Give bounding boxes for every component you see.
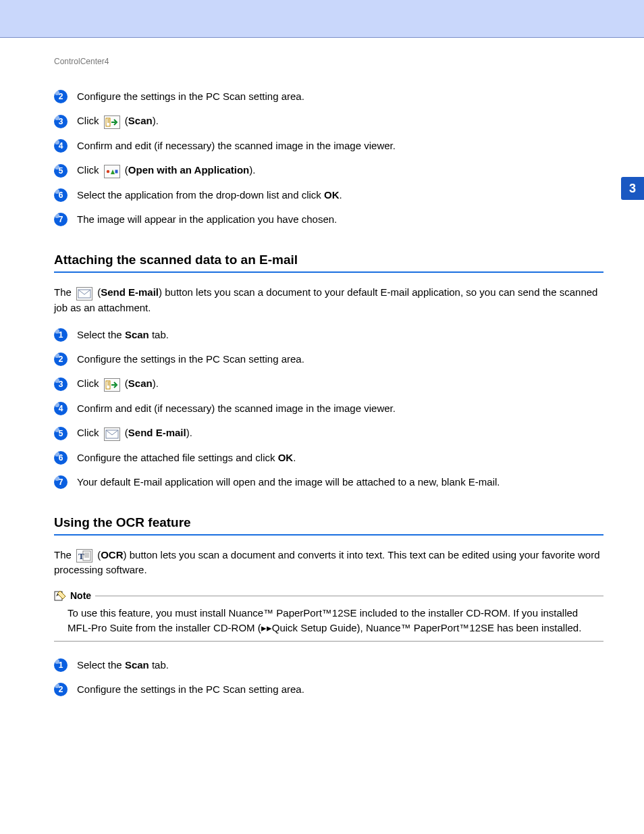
- step: 2Configure the settings in the PC Scan s…: [54, 352, 603, 367]
- svg-point-4: [106, 170, 109, 173]
- header-band: [0, 0, 644, 38]
- step-number: 4: [54, 139, 68, 153]
- step-text: Configure the settings in the PC Scan se…: [77, 352, 603, 367]
- scan-icon: [104, 115, 120, 129]
- text: .: [340, 189, 342, 201]
- step-number: 6: [54, 451, 68, 465]
- bold-text: Scan: [128, 377, 153, 389]
- bold-text: OCR: [101, 549, 123, 561]
- bold-text: Scan: [125, 659, 149, 671]
- chapter-tab: 3: [621, 177, 644, 200]
- text: ).: [153, 115, 159, 126]
- step-number: 5: [54, 164, 68, 178]
- text: Confirm and edit (if necessary) the scan…: [77, 402, 396, 414]
- step-text: Configure the settings in the PC Scan se…: [77, 89, 603, 104]
- note-head-line: [95, 596, 603, 596]
- section-b-title: Using the OCR feature: [54, 515, 603, 530]
- text: The image will appear in the application…: [77, 213, 337, 225]
- text: Select the: [77, 659, 125, 671]
- text: (: [122, 115, 128, 126]
- step-number: 2: [54, 90, 68, 103]
- step-text: Click (Send E-mail).: [77, 425, 603, 441]
- step: 7Your default E-mail application will op…: [54, 475, 603, 490]
- text: Select the application from the drop-dow…: [77, 189, 324, 201]
- step-text: Confirm and edit (if necessary) the scan…: [77, 401, 603, 416]
- text: Your default E-mail application will ope…: [77, 476, 500, 488]
- text: Click: [77, 164, 102, 176]
- text: Configure the settings in the PC Scan se…: [77, 353, 304, 365]
- step-number: 7: [54, 213, 68, 226]
- text: (: [95, 286, 101, 298]
- text: Configure the settings in the PC Scan se…: [77, 90, 304, 102]
- note-box: Note To use this feature, you must insta…: [54, 590, 603, 642]
- text: Configure the settings in the PC Scan se…: [77, 683, 304, 695]
- step: 6Configure the attached file settings an…: [54, 450, 603, 465]
- step: 4Confirm and edit (if necessary) the sca…: [54, 138, 603, 153]
- text: Click: [77, 427, 102, 438]
- step: 1Select the Scan tab.: [54, 658, 603, 673]
- step: 6Select the application from the drop-do…: [54, 188, 603, 203]
- text: Click: [77, 115, 102, 126]
- text: The: [54, 286, 74, 298]
- bold-text: Send E-mail: [128, 427, 186, 438]
- bold-text: OK: [278, 452, 294, 463]
- step-number: 2: [54, 683, 68, 696]
- step-number: 6: [54, 188, 68, 202]
- step-number: 7: [54, 475, 68, 489]
- step-text: Your default E-mail application will ope…: [77, 475, 603, 490]
- step: 3Click (Scan).: [54, 113, 603, 129]
- bold-text: Open with an Application: [128, 164, 249, 176]
- step: 1Select the Scan tab.: [54, 328, 603, 342]
- bold-text: OK: [324, 189, 340, 201]
- section-b-intro: The T (OCR) button lets you scan a docum…: [54, 548, 603, 577]
- step-text: Click (Scan).: [77, 376, 603, 392]
- svg-rect-5: [115, 170, 117, 174]
- step-number: 2: [54, 353, 68, 366]
- scan-icon: [104, 378, 120, 392]
- text: tab.: [149, 329, 169, 340]
- text: The: [54, 549, 74, 561]
- email-icon: [76, 287, 92, 301]
- step-text: Configure the settings in the PC Scan se…: [77, 682, 603, 697]
- text: ).: [249, 164, 255, 176]
- svg-text:T: T: [78, 551, 84, 561]
- text: ).: [153, 377, 159, 389]
- section-b-rule: [54, 534, 603, 536]
- note-label: Note: [70, 590, 91, 601]
- top-steps: 2Configure the settings in the PC Scan s…: [54, 89, 603, 227]
- text: ).: [186, 427, 192, 438]
- text: tab.: [149, 659, 169, 671]
- note-body: To use this feature, you must install Nu…: [54, 602, 603, 642]
- bold-text: Scan: [125, 329, 149, 340]
- bold-text: Scan: [128, 115, 153, 126]
- step-text: Select the application from the drop-dow…: [77, 188, 603, 203]
- text: Select the: [77, 329, 125, 340]
- section-a-rule: [54, 271, 603, 273]
- section-a-steps: 1Select the Scan tab.2Configure the sett…: [54, 328, 603, 490]
- text: ) button lets you scan a document and co…: [54, 549, 599, 575]
- step-text: Select the Scan tab.: [77, 328, 603, 342]
- text: Click: [77, 377, 102, 389]
- ocr-icon: T: [76, 549, 92, 563]
- open-app-icon: [104, 165, 120, 178]
- step: 5Click (Send E-mail).: [54, 425, 603, 441]
- text: .: [293, 452, 296, 463]
- note-icon: [54, 590, 66, 602]
- step-text: Click (Open with an Application).: [77, 163, 603, 178]
- step: 2Configure the settings in the PC Scan s…: [54, 682, 603, 697]
- email-icon: [104, 427, 120, 441]
- step: 2Configure the settings in the PC Scan s…: [54, 89, 603, 104]
- bold-text: Send E-mail: [101, 286, 159, 298]
- step-text: The image will appear in the application…: [77, 212, 603, 227]
- step: 5Click (Open with an Application).: [54, 163, 603, 178]
- text: Configure the attached file settings and…: [77, 452, 278, 463]
- step-number: 1: [54, 328, 68, 342]
- step-number: 4: [54, 402, 68, 415]
- step: 7The image will appear in the applicatio…: [54, 212, 603, 227]
- step-text: Select the Scan tab.: [77, 658, 603, 673]
- text: Confirm and edit (if necessary) the scan…: [77, 140, 396, 151]
- text: (: [122, 164, 128, 176]
- text: (: [122, 377, 128, 389]
- step-number: 3: [54, 115, 68, 128]
- step-text: Configure the attached file settings and…: [77, 450, 603, 465]
